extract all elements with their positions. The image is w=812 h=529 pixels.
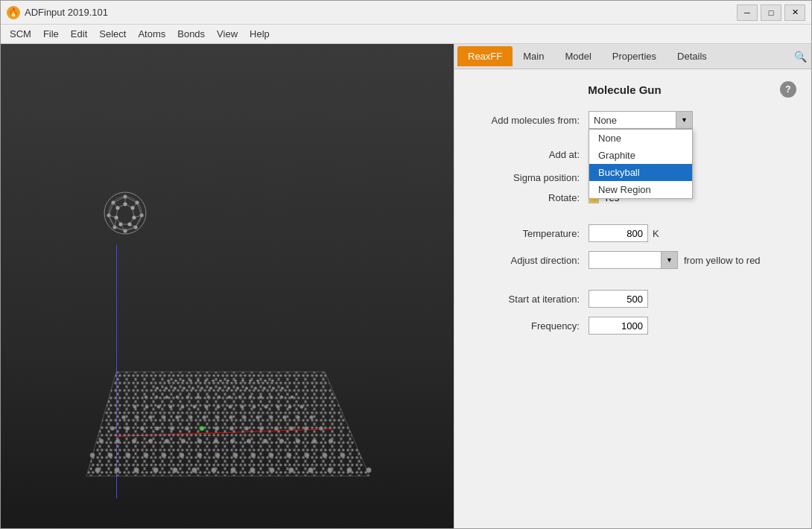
graphite-sheet-svg bbox=[42, 364, 377, 498]
svg-line-26 bbox=[133, 203, 137, 208]
adjust-direction-dropdown[interactable]: ▼ bbox=[589, 251, 678, 269]
add-molecules-row: Add molecules from: None ▼ None Graphite… bbox=[469, 111, 796, 129]
tab-main[interactable]: Main bbox=[513, 46, 554, 66]
rotate-label: Rotate: bbox=[469, 192, 589, 203]
svg-point-121 bbox=[256, 415, 259, 419]
svg-point-160 bbox=[144, 453, 148, 457]
svg-point-116 bbox=[188, 415, 192, 419]
menu-bonds[interactable]: Bonds bbox=[171, 27, 211, 41]
svg-point-177 bbox=[192, 468, 197, 473]
svg-point-164 bbox=[215, 453, 220, 457]
svg-point-131 bbox=[185, 426, 189, 431]
menu-atoms[interactable]: Atoms bbox=[132, 27, 171, 41]
svg-point-89 bbox=[228, 396, 231, 399]
help-button[interactable]: ? bbox=[780, 81, 796, 98]
svg-point-175 bbox=[153, 468, 159, 473]
svg-point-90 bbox=[238, 396, 241, 399]
svg-point-66 bbox=[156, 387, 159, 390]
svg-point-135 bbox=[244, 426, 249, 431]
temperature-input[interactable] bbox=[589, 224, 648, 242]
svg-point-77 bbox=[254, 387, 257, 390]
svg-point-144 bbox=[132, 439, 136, 443]
svg-point-97 bbox=[145, 405, 149, 409]
svg-point-122 bbox=[269, 415, 273, 419]
option-graphite[interactable]: Graphite bbox=[589, 147, 692, 164]
molecules-dropdown-popup: None Graphite Buckyball New Region bbox=[589, 129, 693, 199]
svg-point-92 bbox=[259, 396, 262, 399]
menu-help[interactable]: Help bbox=[244, 27, 276, 41]
right-panel: ReaxFF Main Model Properties Details 🔍 bbox=[454, 44, 811, 528]
svg-point-140 bbox=[319, 426, 323, 431]
svg-point-100 bbox=[181, 405, 185, 409]
svg-point-120 bbox=[242, 415, 246, 419]
tab-reaxff[interactable]: ReaxFF bbox=[457, 46, 513, 66]
svg-point-154 bbox=[296, 439, 300, 443]
menu-edit[interactable]: Edit bbox=[65, 27, 93, 41]
svg-point-118 bbox=[215, 415, 219, 419]
main-content: /* generated below */ bbox=[1, 44, 811, 528]
tab-details[interactable]: Details bbox=[667, 46, 717, 66]
svg-point-115 bbox=[175, 415, 179, 419]
svg-point-155 bbox=[312, 439, 317, 443]
add-molecules-dropdown[interactable]: None ▼ bbox=[589, 111, 693, 129]
svg-point-85 bbox=[186, 396, 189, 399]
svg-point-138 bbox=[289, 426, 294, 431]
svg-point-149 bbox=[214, 439, 218, 443]
svg-point-70 bbox=[191, 387, 194, 390]
svg-point-165 bbox=[233, 453, 238, 457]
svg-point-95 bbox=[291, 396, 294, 399]
search-button[interactable]: 🔍 bbox=[792, 48, 808, 65]
option-buckyball[interactable]: Buckyball bbox=[589, 164, 692, 181]
svg-point-59 bbox=[226, 379, 229, 382]
tab-properties[interactable]: Properties bbox=[602, 46, 667, 66]
svg-point-180 bbox=[250, 468, 256, 473]
svg-point-110 bbox=[300, 405, 304, 409]
svg-point-142 bbox=[99, 439, 104, 443]
svg-point-53 bbox=[182, 379, 185, 382]
svg-point-139 bbox=[304, 426, 308, 431]
viewport-bg: /* generated below */ bbox=[1, 44, 454, 528]
svg-point-64 bbox=[264, 379, 267, 382]
svg-point-84 bbox=[176, 396, 179, 399]
close-button[interactable]: ✕ bbox=[784, 4, 805, 21]
svg-point-126 bbox=[110, 426, 115, 431]
svg-point-179 bbox=[231, 468, 236, 473]
minimize-button[interactable]: ─ bbox=[737, 4, 758, 21]
option-none[interactable]: None bbox=[589, 130, 692, 147]
svg-point-99 bbox=[169, 405, 173, 409]
svg-point-148 bbox=[197, 439, 202, 443]
option-new-region[interactable]: New Region bbox=[589, 181, 692, 198]
svg-line-32 bbox=[113, 203, 118, 208]
add-molecules-label: Add molecules from: bbox=[469, 115, 589, 126]
svg-line-35 bbox=[130, 218, 134, 224]
frequency-input[interactable] bbox=[589, 317, 648, 335]
menu-view[interactable]: View bbox=[211, 27, 244, 41]
panel-content: Molecule Gun ? Add molecules from: None … bbox=[454, 69, 811, 528]
svg-point-75 bbox=[236, 387, 239, 390]
svg-point-76 bbox=[245, 387, 248, 390]
svg-point-93 bbox=[270, 396, 273, 399]
start-iteration-input[interactable] bbox=[589, 290, 648, 308]
svg-point-167 bbox=[269, 453, 273, 457]
temperature-label: Temperature: bbox=[469, 228, 589, 239]
adjust-direction-arrow[interactable]: ▼ bbox=[661, 252, 677, 268]
panel-title: Molecule Gun bbox=[588, 83, 661, 96]
maximize-button[interactable]: □ bbox=[761, 4, 781, 21]
start-iteration-label: Start at iteration: bbox=[469, 294, 589, 305]
svg-point-151 bbox=[247, 439, 251, 443]
window-controls: ─ □ ✕ bbox=[737, 4, 805, 21]
frequency-label: Frequency: bbox=[469, 320, 589, 332]
viewport[interactable]: /* generated below */ bbox=[1, 44, 454, 528]
app-icon: 🔥 bbox=[7, 6, 20, 19]
svg-point-96 bbox=[133, 405, 137, 409]
menu-file[interactable]: File bbox=[37, 27, 65, 41]
dropdown-arrow[interactable]: ▼ bbox=[676, 112, 692, 128]
menu-select[interactable]: Select bbox=[93, 27, 132, 41]
svg-point-54 bbox=[189, 379, 192, 382]
menu-scm[interactable]: SCM bbox=[4, 27, 37, 41]
svg-point-71 bbox=[200, 387, 203, 390]
svg-point-133 bbox=[215, 426, 219, 431]
tab-model[interactable]: Model bbox=[554, 46, 601, 66]
frequency-control bbox=[589, 317, 796, 335]
svg-point-125 bbox=[309, 415, 313, 419]
